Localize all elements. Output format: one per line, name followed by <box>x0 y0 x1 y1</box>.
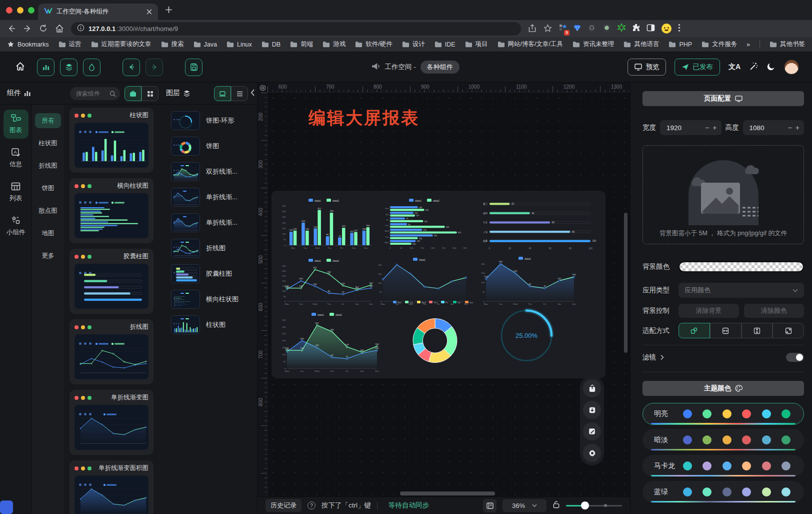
bookmark-item[interactable]: 运营 <box>58 40 82 49</box>
redo-button[interactable] <box>146 59 163 76</box>
canvas-text-title[interactable]: 编辑大屏报表 <box>308 107 420 130</box>
fit-stretch-button[interactable] <box>772 323 804 338</box>
category-折线图[interactable]: 折线图 <box>35 158 61 173</box>
gem-extension-icon[interactable] <box>574 24 581 34</box>
layer-item-横向柱状图[interactable]: 横向柱状图 <box>159 290 257 309</box>
sidebar-item-列表[interactable]: 列表 <box>4 178 28 207</box>
home-icon[interactable] <box>15 61 26 74</box>
layer-item-单折线渐...[interactable]: 单折线渐... <box>159 188 257 207</box>
bookmark-item[interactable]: 游戏 <box>322 40 346 49</box>
component-card-横向柱状图[interactable]: 横向柱状图 <box>70 178 154 243</box>
lock-icon[interactable] <box>552 500 560 510</box>
bookmark-item[interactable]: Linux <box>226 41 252 48</box>
extensions-icon[interactable]: 9 <box>559 24 567 34</box>
green-dot-extension-icon[interactable] <box>602 24 611 34</box>
vertical-scrollbar[interactable] <box>624 213 628 353</box>
canvas-chart-line2[interactable]: data1data2050100150200250300350120200150… <box>278 257 374 308</box>
forward-icon[interactable] <box>23 24 32 33</box>
bookmark-item[interactable]: 其他语言 <box>624 40 659 49</box>
layer-item-单折线渐...[interactable]: 单折线渐... <box>159 213 257 232</box>
edit-button[interactable] <box>583 422 601 440</box>
component-card-胶囊柱图[interactable]: 胶囊柱图 <box>70 249 154 314</box>
theme-row-暗淡[interactable]: 暗淡 <box>642 429 804 451</box>
import-download-button[interactable] <box>583 401 601 419</box>
magic-wand-icon[interactable] <box>749 62 758 73</box>
theme-row-明亮[interactable]: 明亮 <box>642 403 804 425</box>
other-bookmarks[interactable]: 其他书签 <box>770 40 805 49</box>
user-avatar[interactable] <box>784 60 799 75</box>
sidebar-item-信息[interactable]: A信息 <box>4 144 28 173</box>
traffic-close[interactable] <box>6 7 12 14</box>
zoom-slider[interactable] <box>566 501 622 510</box>
bookmark-item[interactable]: 设计 <box>402 40 425 49</box>
canvas-chart-bar[interactable]: data1data2050100150200250300350120200150… <box>278 197 374 252</box>
horizontal-scrollbar[interactable] <box>400 491 495 495</box>
translate-icon[interactable]: 文A <box>728 63 740 72</box>
address-bar[interactable]: 127.0.0.1:3000/#/chart/home/9 <box>71 22 521 36</box>
canvas-chart-capsule[interactable]: 厦门20南阳40北京60上海80新疆100020406080100 <box>478 198 600 253</box>
background-upload-dropzone[interactable]: 背景图需小于 5M ， 格式为 png/jpg/gif 的文件 <box>642 145 804 244</box>
ruler-eye-icon[interactable] <box>258 83 268 93</box>
app-type-select[interactable]: 应用颜色 <box>678 283 804 298</box>
layer-item-柱状图[interactable]: 柱状图 <box>159 315 257 334</box>
workspace-name-pill[interactable]: 各种组件 <box>420 61 460 74</box>
bookmark-item[interactable]: 近期需要读的文章 <box>91 40 152 49</box>
details-panel-toggle-button[interactable] <box>83 59 100 76</box>
layers-list-view-toggle[interactable] <box>231 86 248 101</box>
puzzle-extension-icon[interactable] <box>632 24 640 34</box>
reload-icon[interactable] <box>39 24 48 33</box>
layer-item-胶囊柱图[interactable]: 胶囊柱图 <box>159 264 257 283</box>
site-info-icon[interactable] <box>77 24 84 34</box>
bg-color-swatch[interactable] <box>678 261 804 272</box>
dashboard-panel[interactable]: data1data2050100150200250300350120200150… <box>272 191 606 378</box>
component-card-柱状图[interactable]: 柱状图 <box>70 108 154 173</box>
history-panel-button[interactable] <box>483 499 496 512</box>
traffic-minimize[interactable] <box>17 7 24 14</box>
bookmark-item[interactable]: 网站/博客/文章/工具 <box>498 40 563 49</box>
grid-view-toggle[interactable] <box>142 86 158 101</box>
collapse-panel-chevron[interactable] <box>250 89 255 99</box>
tab-close-icon[interactable] <box>146 8 152 17</box>
bookmark-item[interactable]: Java <box>194 41 217 48</box>
bookmark-item[interactable]: IDE <box>434 41 456 48</box>
gray-extension-icon[interactable] <box>588 24 596 34</box>
dark-mode-moon-icon[interactable] <box>766 62 776 73</box>
sidebar-toggle-icon[interactable] <box>646 24 655 34</box>
traffic-maximize[interactable] <box>28 7 34 14</box>
width-minus-button[interactable]: − <box>705 124 709 132</box>
fit-scale-button[interactable] <box>678 323 710 338</box>
publish-button[interactable]: 已发布 <box>674 59 720 76</box>
category-饼图[interactable]: 饼图 <box>35 181 61 196</box>
fit-height-button[interactable] <box>742 323 773 338</box>
layers-thumbnail-view-toggle[interactable] <box>214 86 231 101</box>
bookmarks-root[interactable]: Bookmarks <box>7 41 49 48</box>
category-散点图[interactable]: 散点图 <box>35 203 61 218</box>
preview-button[interactable]: 预览 <box>628 59 666 76</box>
canvas-chart-pie[interactable]: MonTueWedThuFriSatSun <box>382 299 488 374</box>
share-icon[interactable] <box>528 24 537 33</box>
canvas-body[interactable]: 编辑大屏报表 data1data205010015020025030035012… <box>268 93 630 496</box>
browser-menu-icon[interactable] <box>678 24 680 34</box>
browser-tab[interactable]: 工作空间-各种组件 <box>38 4 158 20</box>
bookmarks-overflow-chevron[interactable]: » <box>746 41 750 48</box>
bookmark-item[interactable]: 资讯未整理 <box>572 40 614 49</box>
single-view-toggle[interactable] <box>124 86 142 101</box>
search-input[interactable] <box>75 90 108 98</box>
filter-toggle[interactable] <box>786 353 804 362</box>
canvas-chart-ring[interactable]: 25.00% <box>484 298 568 372</box>
layer-item-饼图-环形[interactable]: 饼图-环形 <box>159 111 257 130</box>
theme-color-header[interactable]: 主题颜色 <box>642 381 804 396</box>
layers-panel-toggle-button[interactable] <box>60 59 78 76</box>
width-plus-button[interactable]: + <box>712 124 716 132</box>
back-icon[interactable] <box>7 24 16 33</box>
component-search[interactable] <box>70 87 120 100</box>
theme-row-蓝绿[interactable]: 蓝绿 <box>642 481 804 503</box>
clear-background-button[interactable]: 清除背景 <box>678 304 739 318</box>
height-plus-button[interactable]: + <box>796 124 800 132</box>
export-upload-button[interactable] <box>583 379 601 397</box>
home-browser-icon[interactable] <box>55 24 64 33</box>
category-所有[interactable]: 所有 <box>35 113 61 128</box>
clear-color-button[interactable]: 清除颜色 <box>744 304 804 318</box>
height-stepper[interactable]: 1080 − + <box>743 120 804 135</box>
browser-profile-avatar[interactable] <box>662 24 672 34</box>
